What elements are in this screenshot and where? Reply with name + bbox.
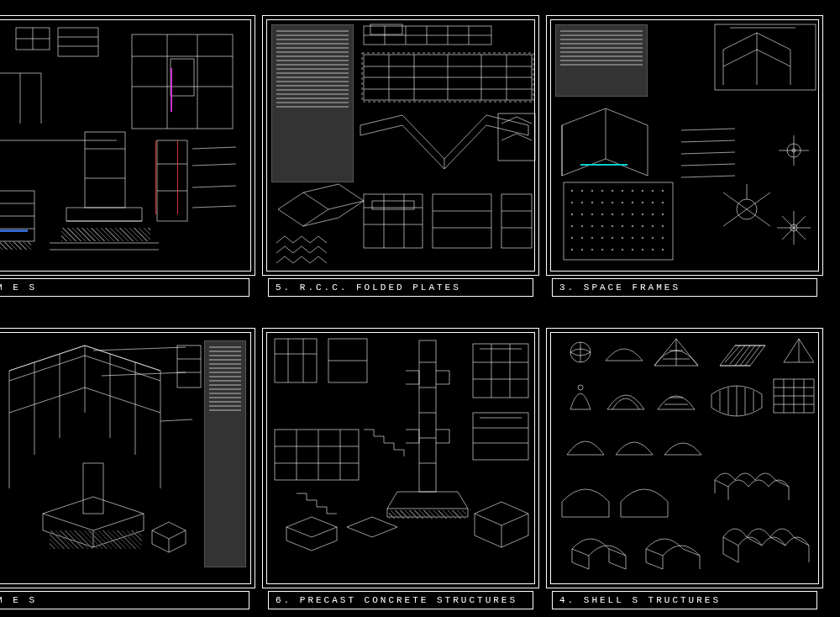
svg-point-136 (662, 249, 664, 250)
svg-rect-202 (473, 344, 528, 398)
svg-line-166 (93, 347, 186, 351)
svg-line-143 (723, 192, 747, 209)
svg-point-116 (662, 225, 664, 227)
svg-point-135 (652, 249, 654, 250)
svg-rect-179 (275, 339, 317, 382)
svg-point-92 (622, 202, 623, 203)
svg-point-130 (601, 249, 603, 250)
svg-line-73 (606, 108, 648, 125)
svg-rect-208 (473, 413, 528, 460)
svg-rect-64 (501, 194, 532, 248)
svg-point-119 (591, 237, 593, 239)
svg-point-127 (571, 249, 573, 250)
svg-rect-11 (171, 59, 194, 96)
svg-point-105 (652, 214, 654, 215)
cad-sheet-canvas: M E S (0, 0, 840, 617)
sheet-2: 3. SPACE FRAMES (546, 15, 823, 276)
svg-point-111 (612, 225, 613, 227)
svg-rect-176 (177, 345, 201, 388)
svg-line-285 (723, 554, 738, 562)
svg-point-118 (581, 237, 583, 239)
svg-line-269 (646, 549, 663, 556)
sheet-title-label: 6. PRECAST CONCRETE STRUCTURES (276, 595, 517, 605)
svg-point-94 (642, 202, 643, 203)
svg-point-126 (662, 237, 664, 239)
svg-line-26 (192, 206, 236, 208)
sheet-5: 4. SHELL S TRUCTURES (546, 328, 823, 588)
svg-line-146 (747, 209, 770, 226)
svg-rect-185 (419, 340, 436, 492)
svg-rect-60 (372, 201, 414, 209)
svg-point-131 (612, 249, 613, 250)
svg-point-129 (591, 249, 593, 250)
svg-point-96 (662, 202, 664, 203)
svg-line-25 (192, 186, 236, 187)
svg-point-110 (601, 225, 603, 227)
svg-point-112 (622, 225, 623, 227)
svg-rect-76 (564, 182, 673, 260)
svg-line-168 (160, 419, 192, 421)
svg-point-124 (642, 237, 643, 239)
svg-point-120 (601, 237, 603, 239)
svg-point-102 (622, 214, 623, 215)
sheet-title-2: 3. SPACE FRAMES (552, 278, 817, 297)
svg-point-113 (632, 225, 633, 227)
svg-point-97 (571, 214, 573, 215)
svg-point-83 (632, 190, 633, 192)
svg-line-261 (572, 549, 589, 556)
sheet-1: 5. R.C.C. FOLDED PLATES (262, 15, 539, 276)
svg-point-87 (571, 202, 573, 203)
svg-point-89 (591, 202, 593, 203)
svg-line-140 (681, 164, 735, 166)
svg-line-144 (747, 192, 770, 209)
svg-rect-20 (157, 140, 187, 221)
svg-line-267 (572, 562, 589, 569)
svg-line-222 (676, 339, 698, 366)
svg-point-81 (612, 190, 613, 192)
svg-point-123 (632, 237, 633, 239)
svg-line-280 (723, 537, 738, 546)
sheet-title-label: M E S (0, 282, 37, 293)
sheet-title-4: 6. PRECAST CONCRETE STRUCTURES (268, 591, 533, 609)
svg-rect-61 (433, 194, 491, 248)
svg-point-80 (601, 190, 603, 192)
svg-rect-54 (498, 113, 535, 161)
svg-point-114 (642, 225, 643, 227)
svg-point-107 (571, 225, 573, 227)
svg-point-90 (601, 202, 603, 203)
svg-point-93 (632, 202, 633, 203)
svg-line-49 (303, 218, 339, 226)
svg-line-139 (681, 152, 735, 154)
svg-point-121 (612, 237, 613, 239)
svg-line-224 (725, 345, 740, 362)
sheet-title-label: M E S (0, 595, 37, 605)
svg-rect-3 (58, 28, 98, 56)
svg-point-86 (662, 190, 664, 192)
svg-line-270 (683, 549, 700, 556)
svg-point-132 (622, 249, 623, 250)
svg-line-137 (681, 129, 735, 130)
svg-rect-67 (715, 24, 816, 90)
svg-line-138 (681, 140, 735, 142)
svg-point-79 (591, 190, 593, 192)
svg-point-115 (652, 225, 654, 227)
svg-line-74 (606, 159, 648, 176)
svg-line-268 (609, 562, 626, 569)
sheet-0: M E S (0, 15, 255, 276)
svg-point-128 (581, 249, 583, 250)
svg-point-103 (632, 214, 633, 215)
svg-point-98 (581, 214, 583, 215)
svg-rect-14 (85, 132, 125, 208)
svg-point-133 (632, 249, 633, 250)
svg-line-145 (723, 209, 747, 226)
svg-line-164 (9, 345, 85, 371)
svg-point-78 (581, 190, 583, 192)
sheet-4: 6. PRECAST CONCRETE STRUCTURES (262, 328, 539, 588)
svg-point-77 (571, 190, 573, 192)
svg-rect-6 (132, 34, 233, 129)
svg-point-233 (578, 385, 583, 390)
sheet-3: M E S (0, 328, 255, 588)
svg-point-88 (581, 202, 583, 203)
sheet-title-label: 5. R.C.C. FOLDED PLATES (276, 282, 461, 293)
sheet-title-5: 4. SHELL S TRUCTURES (552, 591, 817, 609)
